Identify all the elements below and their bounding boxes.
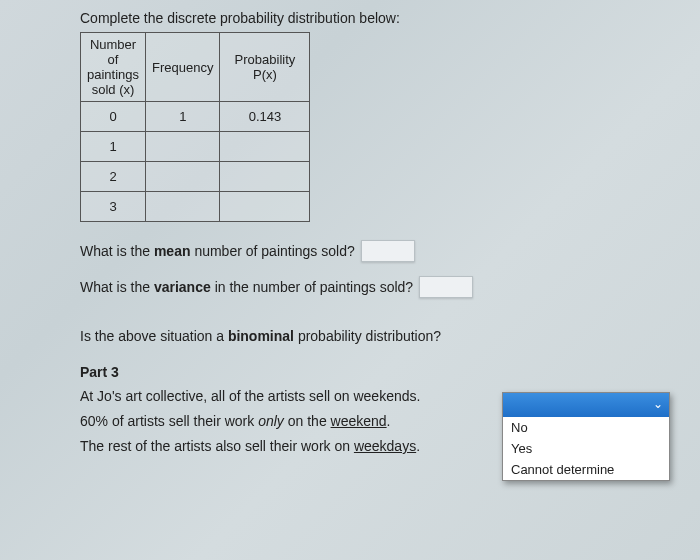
mean-input[interactable]	[361, 240, 415, 262]
cell-x: 2	[81, 162, 146, 192]
cell-frequency[interactable]	[146, 132, 220, 162]
cell-x: 1	[81, 132, 146, 162]
cell-frequency[interactable]: 1	[146, 102, 220, 132]
cell-probability[interactable]	[220, 132, 310, 162]
part3-line2-b: on the	[284, 413, 331, 429]
part3-line3-a: The rest of the artists also sell their …	[80, 438, 354, 454]
q-var-bold: variance	[154, 279, 211, 295]
dropdown-selected[interactable]: ⌄	[503, 393, 669, 417]
table-row: 3	[81, 192, 310, 222]
table-row: 2	[81, 162, 310, 192]
q-var-post: in the number of paintings sold?	[211, 279, 413, 295]
cell-probability[interactable]: 0.143	[220, 102, 310, 132]
question-mean: What is the mean number of paintings sol…	[80, 240, 672, 262]
cell-frequency[interactable]	[146, 192, 220, 222]
part3-line2-a: 60% of artists sell their work	[80, 413, 258, 429]
dropdown-option-yes[interactable]: Yes	[503, 438, 669, 459]
col-header-x: Number of paintings sold (x)	[81, 33, 146, 102]
cell-x: 0	[81, 102, 146, 132]
part3-line3-underline: weekdays	[354, 438, 416, 454]
part3-line2-italic: only	[258, 413, 284, 429]
cell-probability[interactable]	[220, 162, 310, 192]
dropdown-option-no[interactable]: No	[503, 417, 669, 438]
question-binomial: Is the above situation a binominal proba…	[80, 328, 672, 344]
col-header-frequency: Frequency	[146, 33, 220, 102]
col-header-probability: Probability P(x)	[220, 33, 310, 102]
q-bin-pre: Is the above situation a	[80, 328, 228, 344]
question-variance: What is the variance in the number of pa…	[80, 276, 672, 298]
cell-probability[interactable]	[220, 192, 310, 222]
probability-table: Number of paintings sold (x) Frequency P…	[80, 32, 310, 222]
instruction-text: Complete the discrete probability distri…	[80, 10, 672, 26]
table-row: 1	[81, 132, 310, 162]
part3-line2-underline: weekend	[331, 413, 387, 429]
part3-heading: Part 3	[80, 364, 672, 380]
table-row: 0 1 0.143	[81, 102, 310, 132]
part3-line2-c: .	[387, 413, 391, 429]
q-bin-post: probability distribution?	[294, 328, 441, 344]
q-mean-pre: What is the	[80, 243, 154, 259]
q-mean-post: number of paintings sold?	[191, 243, 355, 259]
binomial-dropdown[interactable]: ⌄ No Yes Cannot determine	[502, 392, 670, 481]
cell-x: 3	[81, 192, 146, 222]
q-bin-bold: binominal	[228, 328, 294, 344]
dropdown-option-cannot-determine[interactable]: Cannot determine	[503, 459, 669, 480]
q-mean-bold: mean	[154, 243, 191, 259]
chevron-down-icon: ⌄	[653, 397, 663, 411]
q-var-pre: What is the	[80, 279, 154, 295]
cell-frequency[interactable]	[146, 162, 220, 192]
variance-input[interactable]	[419, 276, 473, 298]
part3-line3-b: .	[416, 438, 420, 454]
